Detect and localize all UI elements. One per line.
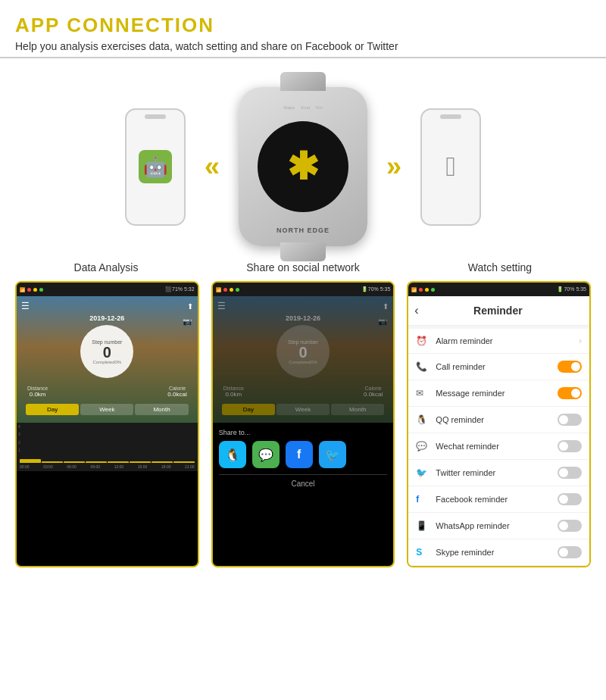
back-button[interactable]: ‹ <box>414 304 418 317</box>
cancel-button[interactable]: Cancel <box>219 474 388 492</box>
share-social-label: Share on social network <box>227 261 379 273</box>
chevron-right-icon[interactable]: › <box>579 336 582 346</box>
facebook-button[interactable]: f <box>286 441 313 468</box>
tab-day-1[interactable]: Day <box>26 404 79 415</box>
camera-icon-2[interactable]: 📷 <box>378 317 387 326</box>
qq-label: QQ reminder <box>436 415 558 424</box>
screen1-date: 2019-12-26 <box>21 314 193 322</box>
camera-icon-1[interactable]: 📷 <box>183 317 192 326</box>
tab-week-2[interactable]: Week <box>276 404 330 415</box>
signal-icon: 📶 <box>20 287 25 292</box>
phone-notch <box>145 114 166 119</box>
signal-icons-3: 📶 <box>411 287 435 292</box>
screen1-content: ☰ ⬆ 2019-12-26 📷 Step number 0 Completed… <box>17 296 198 423</box>
time-0300: 03:00 <box>43 464 53 469</box>
bar-4 <box>86 461 107 463</box>
share-to-label: Share to... <box>219 429 388 436</box>
signal-icons-1: 📶 <box>20 287 43 292</box>
qq-reminder-icon: 🐧 <box>416 414 430 425</box>
facebook-reminder-icon: f <box>416 494 430 505</box>
qq-toggle[interactable] <box>558 414 582 426</box>
step-circle-1: Step number 0 Completed0% <box>80 325 133 378</box>
battery-time-1: ⬛71% 5:32 <box>165 286 195 292</box>
reminder-list: ⏰ Alarm reminder › 📞 Call reminder ✉ Mes… <box>408 329 589 566</box>
tab-month-1[interactable]: Month <box>135 404 188 415</box>
reminder-skype: S Skype reminder <box>408 539 589 566</box>
reminder-call: 📞 Call reminder <box>408 354 589 380</box>
bar-7 <box>152 461 173 463</box>
dot-red <box>27 288 31 292</box>
tab-month-2[interactable]: Month <box>331 404 384 415</box>
bar-3 <box>64 461 85 463</box>
apple-logo:  <box>445 151 455 183</box>
tabs-2: Day Week Month <box>222 404 385 415</box>
distance-label-1: Distance <box>27 386 48 391</box>
share-icon[interactable]: ⬆ <box>187 302 193 311</box>
reminder-facebook: f Facebook reminder <box>408 486 589 513</box>
reminder-message: ✉ Message reminder <box>408 380 589 407</box>
y-label-4: 4 <box>18 424 20 429</box>
social-icons-row: 🐧 💬 f 🐦 <box>219 441 388 468</box>
step-value-1: 0 <box>103 345 111 360</box>
watch-screen: ✱ <box>258 121 348 212</box>
qq-icon: 🐧 <box>225 448 240 462</box>
dot-green-2 <box>236 288 239 292</box>
wechat-button[interactable]: 💬 <box>252 441 280 468</box>
twitter-button[interactable]: 🐦 <box>319 441 346 468</box>
time-0600: 06:00 <box>67 464 77 469</box>
wechat-toggle[interactable] <box>558 440 582 452</box>
android-phone: 🤖 <box>114 108 197 226</box>
time-0000: 00:00 <box>20 464 30 469</box>
facebook-toggle[interactable] <box>558 493 582 505</box>
calorie-label-1: Calorie <box>167 386 186 391</box>
qq-button[interactable]: 🐧 <box>219 441 246 468</box>
time-1500: 15:00 <box>138 464 148 469</box>
whatsapp-toggle[interactable] <box>558 520 582 532</box>
twitter-icon: 🐦 <box>325 448 340 462</box>
double-chevron-left-icon: « <box>205 151 220 183</box>
y-label-3: 3 <box>18 432 20 436</box>
y-label-1: 1 <box>18 448 20 452</box>
tab-day-2[interactable]: Day <box>222 404 275 415</box>
watch-band-top <box>280 72 326 91</box>
dot-green-3 <box>431 288 435 292</box>
signal-icon-3: 📶 <box>411 287 417 292</box>
distance-calorie-row-1: Distance 0.0km Calorie 0.0kcal <box>21 383 193 401</box>
wechat-icon: 💬 <box>258 448 273 462</box>
share-icon-2[interactable]: ⬆ <box>383 302 389 311</box>
apple-icon:  <box>434 150 467 183</box>
distance-value-2: 0.0km <box>223 391 244 398</box>
android-icon: 🤖 <box>139 150 172 183</box>
section-labels: Data Analysis Share on social network Wa… <box>0 261 606 273</box>
hamburger-icon-2[interactable]: ☰ <box>217 301 226 311</box>
call-toggle[interactable] <box>558 361 582 373</box>
screen1-nav: ☰ ⬆ <box>21 301 193 311</box>
time-1200: 12:00 <box>114 464 124 469</box>
status-bar-1: 📶 ⬛71% 5:32 <box>17 283 198 296</box>
call-label: Call reminder <box>436 362 558 371</box>
tab-week-1[interactable]: Week <box>80 404 133 415</box>
status-bar-3: 📶 🔋70% 5:35 <box>408 283 589 296</box>
reminder-title: Reminder <box>425 305 571 317</box>
dot-yellow-2 <box>230 288 233 292</box>
time-1800: 18:00 <box>161 464 171 469</box>
watch-stats: Steps Kcal Km <box>283 105 323 110</box>
twitter-toggle[interactable] <box>558 467 582 479</box>
signal-icons-2: 📶 <box>216 287 239 292</box>
alarm-icon: ⏰ <box>416 336 430 346</box>
twitter-reminder-icon: 🐦 <box>416 467 430 478</box>
reminder-whatsapp: 📱 WhatsApp reminder <box>408 513 589 539</box>
android-phone-frame: 🤖 <box>125 108 186 226</box>
step-completed-2: Completed0% <box>289 360 317 364</box>
dot-yellow <box>33 288 37 292</box>
calorie-item-2: Calorie 0.0kcal <box>364 386 383 398</box>
connection-diagram: 🤖 « Steps Kcal Km ✱ NORTH EDGE <box>0 64 606 261</box>
hamburger-icon[interactable]: ☰ <box>21 301 30 311</box>
battery-time-2: 🔋70% 5:35 <box>361 286 391 292</box>
data-analysis-label: Data Analysis <box>30 261 182 273</box>
facebook-icon: f <box>297 448 301 461</box>
message-toggle[interactable] <box>558 387 582 399</box>
bar-8 <box>173 461 195 463</box>
skype-toggle[interactable] <box>558 546 582 558</box>
bar-2 <box>42 461 63 463</box>
